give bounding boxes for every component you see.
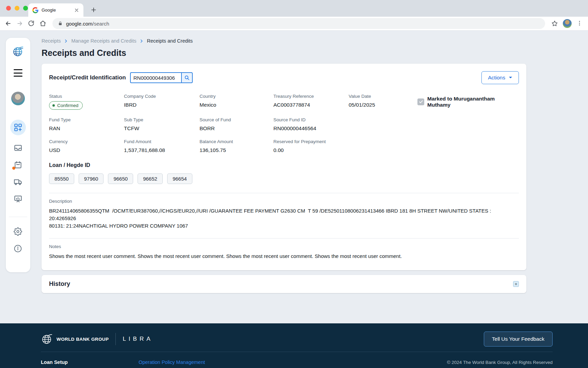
browser-tab[interactable]: Google [28, 3, 83, 17]
history-title: History [49, 280, 70, 288]
breadcrumb-receipts[interactable]: Receipts [42, 38, 61, 44]
loan-id-chip[interactable]: 96650 [108, 173, 133, 184]
chevron-right-icon [64, 39, 68, 43]
world-bank-logo[interactable] [12, 45, 24, 58]
sidebar-item-info[interactable] [14, 244, 22, 253]
info-icon [14, 244, 22, 253]
main-content: Receipts Manage Receipts and Credits Rec… [42, 31, 526, 293]
field-country: Country Mexico [200, 94, 273, 110]
sidebar-divider [9, 217, 27, 217]
loan-hedge-section: Loan / Hegde ID 85550 97960 96650 96652 … [49, 162, 519, 184]
footer-link-loan-setup[interactable]: Loan Setup [41, 359, 68, 365]
user-avatar[interactable] [11, 92, 25, 105]
apps-grid-add-icon [14, 123, 22, 132]
window-controls [6, 6, 28, 11]
sidebar-item-apps-active[interactable] [10, 120, 26, 135]
footer-brand-text: WORLD BANK GROUP [57, 337, 109, 342]
loan-id-chip[interactable]: 96654 [167, 173, 192, 184]
presentation-chart-icon [14, 195, 22, 203]
browser-profile-avatar[interactable] [563, 19, 572, 28]
history-expand-button[interactable]: + [513, 281, 519, 287]
field-status: Status Confirmed [49, 94, 124, 110]
sidebar-item-reports[interactable] [14, 195, 22, 203]
window-close-button[interactable] [6, 6, 11, 11]
sidebar [6, 38, 30, 272]
description-text: BR241114065806355QTM /OCMT/EUR387060,//C… [49, 207, 519, 229]
search-icon [184, 75, 190, 80]
url-path: /search [93, 21, 109, 27]
field-fund-amount: Fund Amount 1,537,781,688.08 [124, 139, 200, 153]
lock-icon[interactable] [58, 21, 63, 26]
footer-divider [41, 352, 553, 352]
tab-close-icon[interactable] [74, 7, 79, 13]
identification-input[interactable] [130, 72, 181, 83]
status-badge: Confirmed [49, 101, 83, 110]
footer: WORLD BANK GROUP LIBRA Tell Us Your Feed… [0, 323, 588, 368]
url-text: google.com/search [66, 21, 109, 27]
field-marked-to: Marked to Muruganantham Muthamy [417, 96, 519, 108]
loan-hedge-label: Loan / Hegde ID [49, 162, 519, 168]
history-section: History + [42, 275, 526, 293]
field-treasury-reference: Treasury Reference AC0003778874 [273, 94, 349, 110]
marked-to-checkbox[interactable] [417, 98, 424, 105]
field-fund-type: Fund Type RAN [49, 117, 124, 132]
field-reserved-for-prepayment: Reserved for Prepayment 0.00 [273, 139, 349, 153]
feedback-button[interactable]: Tell Us Your Feedback [484, 332, 553, 347]
sidebar-item-shipments[interactable] [14, 178, 22, 186]
chevron-down-icon [509, 76, 512, 79]
breadcrumb-manage-receipts[interactable]: Manage Receipts and Credits [71, 38, 136, 44]
tab-title: Google [42, 7, 71, 13]
chevron-right-icon [139, 39, 144, 43]
truck-icon [14, 178, 22, 186]
browser-tab-strip: Google [0, 0, 588, 17]
world-bank-group-footer-logo [41, 333, 53, 345]
status-dot-icon [52, 104, 55, 107]
page-title: Receipts and Credits [42, 48, 526, 58]
footer-brand-divider [115, 333, 116, 345]
google-favicon [32, 7, 38, 13]
notes-text: Shows the most recent user comment. Show… [49, 252, 519, 260]
description-label: Description [49, 199, 519, 204]
checkmark-icon [419, 99, 423, 104]
sidebar-item-settings[interactable] [14, 227, 22, 236]
marked-to-label: Marked to Muruganantham Muthamy [427, 96, 519, 108]
address-bar[interactable]: google.com/search [52, 18, 545, 29]
window-minimize-button[interactable] [15, 6, 19, 11]
bookmark-star-icon[interactable] [551, 20, 558, 27]
window-zoom-button[interactable] [23, 6, 28, 11]
page-body: Receipts Manage Receipts and Credits Rec… [0, 31, 588, 323]
loan-id-chip[interactable]: 96652 [138, 173, 163, 184]
actions-button[interactable]: Actions [481, 71, 519, 84]
hamburger-menu-icon[interactable] [14, 69, 22, 77]
notification-dot [12, 167, 15, 170]
search-button[interactable] [181, 72, 193, 83]
identification-label: Receipt/Credit Identification [49, 74, 126, 81]
forward-icon[interactable] [16, 20, 23, 27]
settings-gear-icon [14, 227, 22, 236]
sidebar-item-calendar[interactable] [14, 160, 22, 169]
field-currency: Currency USD [49, 139, 124, 153]
notes-label: Notes [49, 244, 519, 249]
footer-app-name: LIBRA [123, 336, 153, 342]
field-sub-type: Sub Type TCFW [124, 117, 200, 132]
section-divider [49, 238, 519, 239]
browser-toolbar: google.com/search [0, 17, 588, 31]
footer-copyright: © 2024 The World Bank Group, All Rights … [447, 360, 553, 365]
footer-link-operation-policy[interactable]: Operation Policy Management [139, 359, 205, 365]
new-tab-button[interactable] [89, 5, 98, 14]
field-balance-amount: Balance Amount 136,105.75 [200, 139, 273, 153]
inbox-icon [14, 143, 22, 152]
loan-id-chip[interactable]: 97960 [79, 173, 104, 184]
field-value-date: Value Date 05/01/2025 [349, 94, 417, 110]
field-source-fund-id: Source Fund ID RN000000446564 [273, 117, 349, 132]
home-icon[interactable] [39, 20, 46, 27]
sidebar-item-inbox[interactable] [14, 143, 22, 152]
section-divider [49, 193, 519, 193]
kebab-menu-icon[interactable] [576, 20, 583, 27]
url-domain: google.com [66, 21, 93, 27]
breadcrumb-current: Receipts and Credits [147, 38, 193, 44]
loan-id-chip[interactable]: 85550 [49, 173, 74, 184]
back-icon[interactable] [5, 20, 12, 27]
field-company-code: Company Code IBRD [124, 94, 200, 110]
reload-icon[interactable] [28, 20, 35, 27]
